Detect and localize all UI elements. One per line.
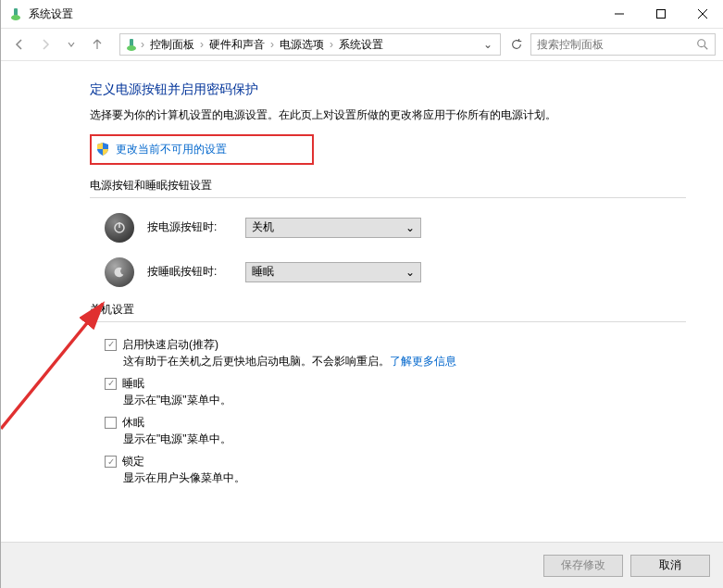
svg-rect-3 <box>656 10 665 19</box>
recent-button[interactable] <box>60 33 82 56</box>
chevron-right-icon: › <box>200 38 204 51</box>
power-icon <box>105 213 134 243</box>
svg-point-1 <box>11 15 20 20</box>
svg-point-8 <box>698 40 705 47</box>
lock-checkbox[interactable] <box>105 456 117 468</box>
content-area: 定义电源按钮并启用密码保护 选择要为你的计算机设置的电源设置。在此页上对设置所做… <box>1 61 723 542</box>
lock-item: 锁定 显示在用户头像菜单中。 <box>90 454 686 487</box>
chevron-right-icon: › <box>270 38 274 51</box>
footer-bar: 保存修改 取消 <box>1 542 723 588</box>
shield-icon <box>95 142 110 156</box>
sleep-button-row: 按睡眠按钮时: 睡眠 ⌄ <box>90 257 686 287</box>
search-input[interactable] <box>537 38 696 51</box>
back-button[interactable] <box>8 33 31 56</box>
admin-link-container: 更改当前不可用的设置 <box>90 134 314 165</box>
sleep-button-select[interactable]: 睡眠 ⌄ <box>245 262 421 282</box>
up-button[interactable] <box>86 33 108 56</box>
breadcrumb-item[interactable]: 硬件和声音 <box>206 37 268 53</box>
title-bar: 系统设置 <box>1 0 723 28</box>
sleep-desc: 显示在"电源"菜单中。 <box>105 392 686 409</box>
breadcrumb-bar[interactable]: › 控制面板 › 硬件和声音 › 电源选项 › 系统设置 ⌄ <box>119 33 501 56</box>
svg-rect-0 <box>14 8 18 16</box>
forward-button[interactable] <box>34 33 56 56</box>
breadcrumb-item[interactable]: 电源选项 <box>276 37 328 53</box>
divider <box>90 321 686 322</box>
breadcrumb-item[interactable]: 控制面板 <box>146 37 198 53</box>
refresh-button[interactable] <box>506 34 527 55</box>
sleep-item: 睡眠 显示在"电源"菜单中。 <box>90 376 686 409</box>
svg-line-9 <box>704 46 708 50</box>
svg-point-7 <box>127 45 136 51</box>
breadcrumb-item[interactable]: 系统设置 <box>335 37 387 53</box>
nav-bar: › 控制面板 › 硬件和声音 › 电源选项 › 系统设置 ⌄ <box>1 28 723 61</box>
change-unavailable-settings-link[interactable]: 更改当前不可用的设置 <box>116 142 227 157</box>
section-title-shutdown: 关机设置 <box>90 302 686 318</box>
sleep-label: 睡眠 <box>122 376 144 392</box>
page-heading: 定义电源按钮并启用密码保护 <box>90 81 686 98</box>
lock-label: 锁定 <box>122 454 144 469</box>
section-title-buttons: 电源按钮和睡眠按钮设置 <box>90 178 686 194</box>
window-title: 系统设置 <box>29 6 598 22</box>
close-button[interactable] <box>681 0 723 28</box>
power-button-row: 按电源按钮时: 关机 ⌄ <box>90 213 686 243</box>
hibernate-item: 休眠 显示在"电源"菜单中。 <box>90 415 686 448</box>
learn-more-link[interactable]: 了解更多信息 <box>390 355 456 368</box>
search-box[interactable] <box>530 33 716 56</box>
minimize-button[interactable] <box>598 0 640 28</box>
select-value: 关机 <box>252 219 274 235</box>
save-button[interactable]: 保存修改 <box>543 555 623 577</box>
search-icon <box>696 38 709 51</box>
fast-startup-label: 启用快速启动(推荐) <box>122 337 218 353</box>
fast-startup-item: 启用快速启动(推荐) 这有助于在关机之后更快地启动电脑。不会影响重启。了解更多信… <box>90 337 686 370</box>
chevron-right-icon: › <box>330 38 333 51</box>
lock-desc: 显示在用户头像菜单中。 <box>105 469 686 487</box>
fast-startup-checkbox[interactable] <box>105 339 117 351</box>
sleep-icon <box>105 257 134 287</box>
fast-startup-desc: 这有助于在关机之后更快地启动电脑。不会影响重启。了解更多信息 <box>105 353 686 370</box>
svg-rect-6 <box>130 39 133 46</box>
chevron-down-icon: ⌄ <box>405 266 415 279</box>
hibernate-desc: 显示在"电源"菜单中。 <box>105 431 686 448</box>
cancel-button[interactable]: 取消 <box>630 555 710 577</box>
power-button-label: 按电源按钮时: <box>147 219 232 235</box>
select-value: 睡眠 <box>252 264 274 280</box>
chevron-right-icon: › <box>141 38 144 51</box>
power-button-select[interactable]: 关机 ⌄ <box>245 218 421 238</box>
hibernate-label: 休眠 <box>122 415 144 431</box>
sleep-button-label: 按睡眠按钮时: <box>147 264 232 280</box>
divider <box>90 197 686 198</box>
hibernate-checkbox[interactable] <box>105 417 117 429</box>
power-options-icon <box>124 37 139 52</box>
chevron-down-icon[interactable]: ⌄ <box>483 38 496 51</box>
maximize-button[interactable] <box>640 0 681 28</box>
sleep-checkbox[interactable] <box>105 378 117 390</box>
page-subtext: 选择要为你的计算机设置的电源设置。在此页上对设置所做的更改将应用于你所有的电源计… <box>90 107 686 123</box>
app-icon <box>8 6 23 21</box>
chevron-down-icon: ⌄ <box>405 221 415 234</box>
